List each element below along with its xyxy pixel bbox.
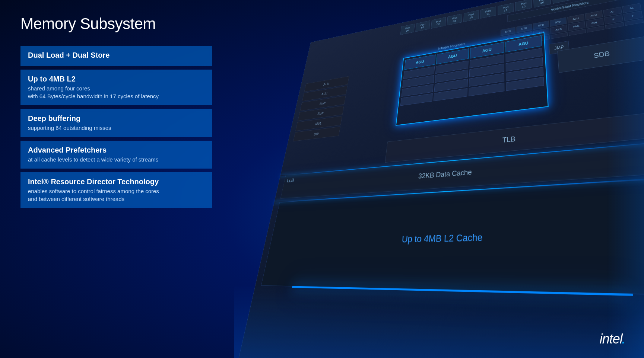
feature-card-rdt: Intel® Resource Director Technology enab… — [20, 172, 212, 208]
chip-diagram: Port00 Port01 Port02 Port03 Port10 Port1… — [234, 0, 644, 358]
feature-title-prefetchers: Advanced Prefetchers — [28, 146, 205, 154]
page-title: Memory Subsystem — [20, 15, 212, 33]
intel-logo-dot: . — [622, 330, 625, 347]
feature-cards-list: Dual Load + Dual Store Up to 4MB L2 shar… — [20, 46, 212, 208]
feature-card-l2: Up to 4MB L2 shared among four coreswith… — [20, 70, 212, 105]
intel-logo-text: intel — [600, 331, 622, 347]
feature-desc-prefetchers: at all cache levels to detect a wide var… — [28, 156, 205, 163]
feature-desc-deep-buffer: supporting 64 outstanding misses — [28, 124, 205, 132]
feature-title-rdt: Intel® Resource Director Technology — [28, 178, 205, 186]
feature-title-dual-load: Dual Load + Dual Store — [28, 51, 205, 60]
feature-title-l2: Up to 4MB L2 — [28, 75, 205, 83]
dcache-label: 32KB Data Cache — [418, 168, 472, 180]
feature-title-deep-buffer: Deep buffering — [28, 114, 205, 123]
feature-card-dual-load: Dual Load + Dual Store — [20, 46, 212, 66]
left-panel: Memory Subsystem Dual Load + Dual Store … — [0, 0, 223, 358]
l2cache-label: Up to 4MB L2 Cache — [401, 232, 483, 245]
feature-card-prefetchers: Advanced Prefetchers at all cache levels… — [20, 141, 212, 169]
feature-card-deep-buffer: Deep buffering supporting 64 outstanding… — [20, 109, 212, 137]
llb-label: LLB — [286, 178, 295, 183]
chip-3d: Port00 Port01 Port02 Port03 Port10 Port1… — [234, 0, 644, 358]
feature-desc-rdt: enables software to control fairness amo… — [28, 187, 205, 203]
intel-logo: intel. — [600, 330, 625, 347]
feature-desc-l2: shared among four coreswith 64 Bytes/cyc… — [28, 84, 205, 100]
chip-visual-3d: Port00 Port01 Port02 Port03 Port10 Port1… — [232, 0, 644, 358]
